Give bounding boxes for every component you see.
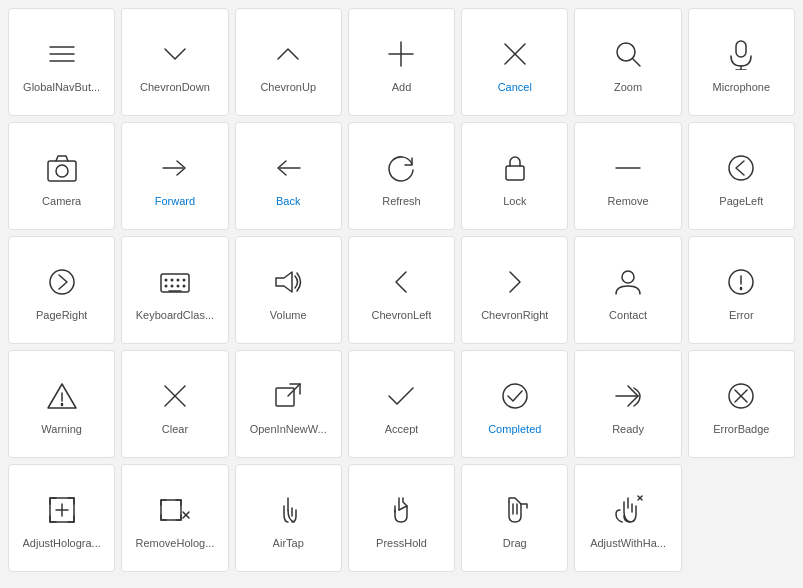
icon-label-lock: Lock	[503, 195, 526, 207]
remove-holo-icon	[159, 491, 191, 529]
menu-icon	[46, 35, 78, 73]
warning-icon	[46, 377, 78, 415]
icon-label-page-right: PageRight	[36, 309, 87, 321]
volume-icon	[272, 263, 304, 301]
svg-point-42	[503, 384, 527, 408]
icon-cell-chevron-up[interactable]: ChevronUp	[235, 8, 342, 116]
microphone-icon	[725, 35, 757, 73]
icon-cell-error[interactable]: Error	[688, 236, 795, 344]
icon-label-cancel: Cancel	[498, 81, 532, 93]
icon-label-ready: Ready	[612, 423, 644, 435]
icon-label-camera: Camera	[42, 195, 81, 207]
error-badge-icon	[725, 377, 757, 415]
svg-rect-16	[506, 166, 524, 180]
contact-icon	[612, 263, 644, 301]
icon-label-accept: Accept	[385, 423, 419, 435]
icon-cell-menu[interactable]: GlobalNavBut...	[8, 8, 115, 116]
icon-label-error: Error	[729, 309, 753, 321]
icon-cell-cancel[interactable]: Cancel	[461, 8, 568, 116]
icon-label-remove: Remove	[608, 195, 649, 207]
icon-label-chevron-down: ChevronDown	[140, 81, 210, 93]
icon-cell-accept[interactable]: Accept	[348, 350, 455, 458]
add-icon	[385, 35, 417, 73]
svg-rect-12	[48, 161, 76, 181]
adjust-holo-icon	[46, 491, 78, 529]
icon-cell-page-right[interactable]: PageRight	[8, 236, 115, 344]
icon-cell-volume[interactable]: Volume	[235, 236, 342, 344]
icon-label-back: Back	[276, 195, 300, 207]
icon-label-remove-holo: RemoveHolog...	[135, 537, 214, 549]
icon-cell-chevron-right[interactable]: ChevronRight	[461, 236, 568, 344]
press-hold-icon	[385, 491, 417, 529]
forward-icon	[159, 149, 191, 187]
chevron-up-icon	[272, 35, 304, 73]
icon-cell-warning[interactable]: Warning	[8, 350, 115, 458]
zoom-icon	[612, 35, 644, 73]
icon-cell-lock[interactable]: Lock	[461, 122, 568, 230]
page-left-icon	[725, 149, 757, 187]
icon-label-adjust-holo: AdjustHologra...	[23, 537, 101, 549]
lock-icon	[499, 149, 531, 187]
icon-cell-microphone[interactable]: Microphone	[688, 8, 795, 116]
icon-cell-add[interactable]: Add	[348, 8, 455, 116]
svg-rect-9	[736, 41, 746, 57]
icon-cell-remove[interactable]: Remove	[574, 122, 681, 230]
icon-label-keyboard: KeyboardClas...	[136, 309, 214, 321]
ready-icon	[612, 377, 644, 415]
icon-label-adjust-hand: AdjustWithHa...	[590, 537, 666, 549]
accept-icon	[385, 377, 417, 415]
svg-point-31	[622, 271, 634, 283]
icon-label-refresh: Refresh	[382, 195, 421, 207]
icon-label-microphone: Microphone	[713, 81, 770, 93]
icon-cell-camera[interactable]: Camera	[8, 122, 115, 230]
error-icon	[725, 263, 757, 301]
icon-cell-chevron-down[interactable]: ChevronDown	[121, 8, 228, 116]
svg-point-7	[617, 43, 635, 61]
icon-cell-zoom[interactable]: Zoom	[574, 8, 681, 116]
icon-cell-page-left[interactable]: PageLeft	[688, 122, 795, 230]
icon-cell-ready[interactable]: Ready	[574, 350, 681, 458]
svg-rect-58	[161, 500, 181, 520]
icon-cell-press-hold[interactable]: PressHold	[348, 464, 455, 572]
icon-cell-adjust-holo[interactable]: AdjustHologra...	[8, 464, 115, 572]
icon-cell-error-badge[interactable]: ErrorBadge	[688, 350, 795, 458]
icon-cell-forward[interactable]: Forward	[121, 122, 228, 230]
icon-label-page-left: PageLeft	[719, 195, 763, 207]
adjust-hand-icon	[612, 491, 644, 529]
refresh-icon	[385, 149, 417, 187]
icon-label-chevron-up: ChevronUp	[260, 81, 316, 93]
icon-label-warning: Warning	[41, 423, 82, 435]
icon-label-menu: GlobalNavBut...	[23, 81, 100, 93]
icon-cell-refresh[interactable]: Refresh	[348, 122, 455, 230]
svg-marker-30	[276, 272, 292, 292]
icon-cell-remove-holo[interactable]: RemoveHolog...	[121, 464, 228, 572]
icon-label-completed: Completed	[488, 423, 541, 435]
icon-cell-clear[interactable]: Clear	[121, 350, 228, 458]
page-right-icon	[46, 263, 78, 301]
icon-label-chevron-left: ChevronLeft	[372, 309, 432, 321]
completed-icon	[499, 377, 531, 415]
icon-label-press-hold: PressHold	[376, 537, 427, 549]
drag-icon	[499, 491, 531, 529]
icon-cell-contact[interactable]: Contact	[574, 236, 681, 344]
icon-grid: GlobalNavBut...ChevronDownChevronUpAddCa…	[8, 8, 795, 572]
icon-cell-drag[interactable]: Drag	[461, 464, 568, 572]
icon-cell-adjust-hand[interactable]: AdjustWithHa...	[574, 464, 681, 572]
icon-cell-open-new[interactable]: OpenInNewW...	[235, 350, 342, 458]
icon-cell-back[interactable]: Back	[235, 122, 342, 230]
open-new-icon	[272, 377, 304, 415]
air-tap-icon	[272, 491, 304, 529]
chevron-right-icon	[499, 263, 531, 301]
icon-cell-air-tap[interactable]: AirTap	[235, 464, 342, 572]
icon-label-zoom: Zoom	[614, 81, 642, 93]
chevron-down-icon	[159, 35, 191, 73]
svg-line-8	[633, 59, 640, 66]
camera-icon	[46, 149, 78, 187]
icon-cell-keyboard[interactable]: KeyboardClas...	[121, 236, 228, 344]
svg-point-18	[729, 156, 753, 180]
icon-label-forward: Forward	[155, 195, 195, 207]
svg-rect-40	[276, 388, 294, 406]
icon-cell-completed[interactable]: Completed	[461, 350, 568, 458]
cancel-icon	[499, 35, 531, 73]
icon-cell-chevron-left[interactable]: ChevronLeft	[348, 236, 455, 344]
